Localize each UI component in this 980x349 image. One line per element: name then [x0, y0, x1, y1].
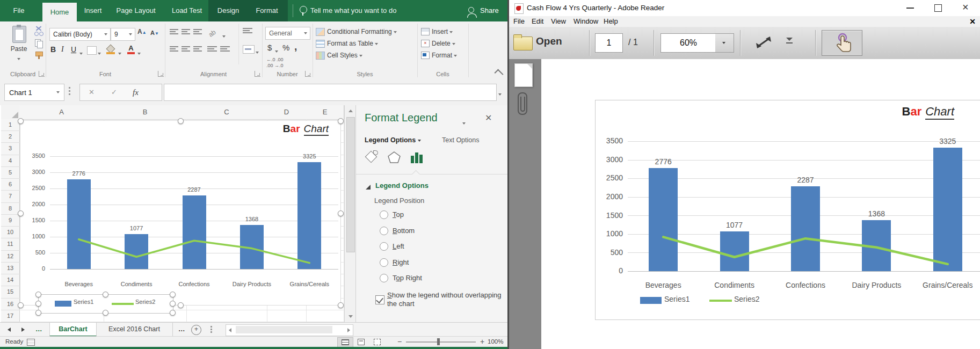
page-thumbnails-panel-button[interactable]: [514, 63, 533, 87]
font-name-select[interactable]: Calibri (Body): [49, 28, 111, 41]
page-layout-view-button[interactable]: [353, 337, 368, 346]
selection-handle[interactable]: [103, 310, 108, 316]
fill-line-icon[interactable]: [365, 150, 379, 164]
hscroll-right-arrow[interactable]: [347, 328, 350, 332]
add-sheet-button[interactable]: +: [191, 325, 201, 335]
selection-handle[interactable]: [170, 301, 176, 307]
insert-function-button[interactable]: fx: [133, 84, 139, 100]
bar-condiments[interactable]: [125, 234, 148, 269]
row-header-9[interactable]: 9: [1, 215, 20, 227]
selection-handle[interactable]: [338, 302, 344, 308]
legend-options-chart-icon[interactable]: [410, 150, 424, 164]
format-as-table-button[interactable]: Format as Table: [316, 39, 378, 48]
tab-design[interactable]: Design: [210, 0, 246, 21]
selection-handle[interactable]: [35, 310, 41, 316]
decrease-decimal-button[interactable]: .00 →.0: [266, 63, 284, 68]
menu-bar-close-icon[interactable]: ✕: [969, 17, 976, 26]
align-center-button[interactable]: [182, 46, 190, 53]
align-bottom-button[interactable]: [193, 29, 202, 35]
radio-top-right[interactable]: [380, 274, 388, 282]
row-header-14[interactable]: 14: [1, 274, 20, 286]
tell-me-box[interactable]: Tell me what you want to do: [300, 0, 396, 21]
cell-styles-button[interactable]: Cell Styles: [316, 50, 362, 60]
orientation-dropdown[interactable]: [222, 32, 226, 40]
number-format-select[interactable]: General: [265, 27, 310, 40]
underline-dropdown[interactable]: [79, 49, 83, 57]
menu-help[interactable]: Help: [604, 16, 618, 27]
decrease-indent-button[interactable]: [207, 46, 217, 53]
pane-tab-legend-options[interactable]: Legend Options: [365, 136, 421, 144]
overlap-checkbox[interactable]: [375, 295, 384, 304]
column-header-E[interactable]: E: [306, 105, 344, 120]
zoom-dropdown-button[interactable]: [715, 33, 734, 53]
macro-record-button[interactable]: [27, 339, 35, 346]
vertical-scroll-thumb[interactable]: [346, 117, 355, 252]
radio-right[interactable]: [380, 258, 388, 267]
bar-grains-cereals[interactable]: [297, 162, 321, 270]
hand-tool-button[interactable]: [822, 30, 862, 56]
menu-edit[interactable]: Edit: [532, 16, 543, 27]
zoom-input[interactable]: 60%: [660, 33, 716, 53]
column-header-B[interactable]: B: [104, 105, 187, 120]
hscroll-left-arrow[interactable]: [229, 328, 231, 332]
increase-font-size-button[interactable]: A▲: [137, 28, 148, 40]
page-break-view-button[interactable]: [369, 337, 384, 346]
name-box[interactable]: Chart 1: [4, 84, 64, 101]
zoom-slider-thumb[interactable]: [437, 338, 440, 345]
select-all-corner[interactable]: [1, 105, 20, 120]
selection-handle[interactable]: [35, 292, 41, 297]
section-legend-options[interactable]: Legend Options: [375, 181, 429, 190]
row-header-15[interactable]: 15: [1, 286, 20, 298]
radio-top[interactable]: [380, 210, 388, 219]
delete-cells-button[interactable]: × Delete: [421, 39, 455, 48]
borders-dropdown[interactable]: [98, 49, 101, 57]
section-collapse-triangle[interactable]: [366, 185, 371, 190]
percent-style-button[interactable]: %: [282, 43, 289, 52]
pane-tab-text-options[interactable]: Text Options: [442, 136, 479, 144]
bold-button[interactable]: B: [50, 45, 58, 56]
clipboard-dialog-launcher[interactable]: [39, 71, 45, 77]
decrease-font-size-button[interactable]: A▼: [150, 30, 161, 41]
align-left-button[interactable]: [170, 46, 178, 53]
fill-color-button[interactable]: [106, 45, 116, 55]
align-top-button[interactable]: [170, 29, 178, 35]
tab-insert[interactable]: Insert: [79, 0, 107, 21]
tab-home[interactable]: Home: [42, 3, 77, 21]
name-box-splitter[interactable]: [69, 87, 70, 89]
alignment-dialog-launcher[interactable]: [255, 71, 260, 77]
scroll-up-arrow[interactable]: [349, 110, 353, 112]
tab-format[interactable]: Format: [248, 0, 286, 21]
sheet-ellipsis-right[interactable]: …: [178, 323, 185, 337]
menu-window[interactable]: Window: [574, 16, 598, 27]
row-header-13[interactable]: 13: [1, 263, 20, 274]
horizontal-scrollbar[interactable]: [226, 324, 353, 336]
column-header-D[interactable]: D: [267, 105, 307, 120]
prev-sheet-arrow[interactable]: [8, 328, 11, 332]
insert-cells-button[interactable]: Insert: [421, 27, 453, 37]
radio-label-top[interactable]: Top: [393, 210, 404, 219]
sheet-tab-barchart[interactable]: BarChart: [49, 323, 97, 337]
font-color-button[interactable]: A: [127, 44, 135, 54]
selection-handle[interactable]: [18, 302, 24, 308]
row-header-1[interactable]: 1: [1, 119, 20, 131]
fill-color-dropdown[interactable]: [118, 49, 121, 57]
zoom-slider-track[interactable]: [406, 341, 476, 343]
number-dialog-launcher[interactable]: [305, 71, 311, 77]
align-right-button[interactable]: [193, 46, 202, 53]
column-header-C[interactable]: C: [186, 105, 267, 120]
radio-label-top-right[interactable]: Top Right: [393, 274, 422, 282]
pane-close-icon[interactable]: ✕: [485, 113, 492, 123]
increase-indent-button[interactable]: [220, 46, 230, 53]
radio-left[interactable]: [380, 242, 388, 251]
column-header-A[interactable]: A: [19, 105, 104, 120]
pane-menu-dropdown[interactable]: [462, 118, 466, 128]
minimize-button[interactable]: [906, 8, 914, 9]
row-header-7[interactable]: 7: [1, 191, 20, 202]
sheet-tab-excel-2016-chart[interactable]: Excel 2016 Chart: [96, 323, 173, 336]
formula-input[interactable]: [164, 84, 497, 101]
tab-bar-splitter[interactable]: [210, 326, 212, 328]
increase-decimal-button[interactable]: ←.0 .00: [266, 57, 284, 62]
row-header-6[interactable]: 6: [1, 179, 20, 191]
accounting-dropdown[interactable]: [275, 47, 278, 55]
orientation-button[interactable]: ab: [207, 25, 223, 40]
